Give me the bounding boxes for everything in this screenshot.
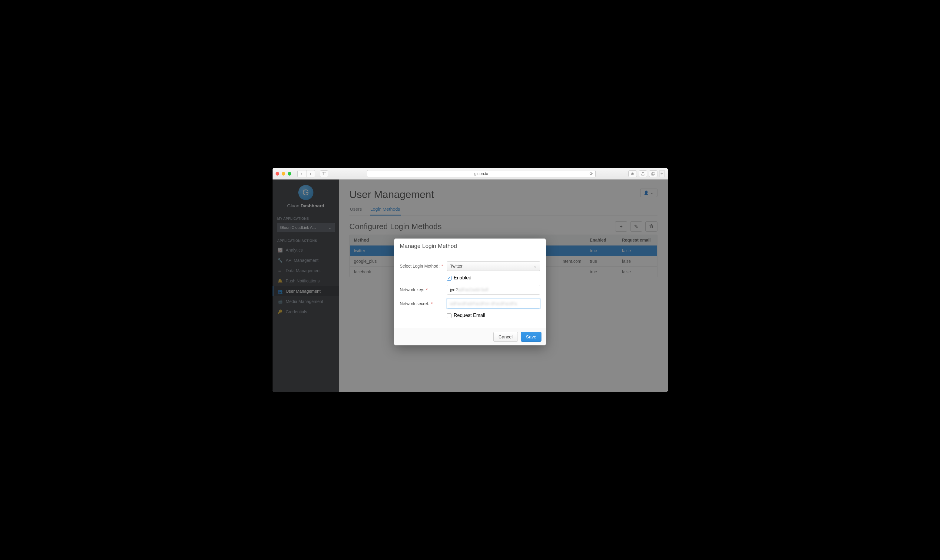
refresh-icon[interactable]: ⟳ bbox=[590, 171, 593, 176]
text-cursor bbox=[517, 301, 518, 306]
tabs-button[interactable] bbox=[649, 171, 658, 177]
request-email-checkbox[interactable] bbox=[447, 313, 452, 318]
forward-button[interactable]: › bbox=[306, 171, 314, 177]
url-text: gluon.io bbox=[474, 171, 488, 176]
app-content: G Gluon Dashboard MY APPLICATIONS Gluon … bbox=[273, 180, 668, 392]
browser-chrome: ‹ › gluon.io ⟳ ⊕ + bbox=[273, 168, 668, 180]
chevron-down-icon: ⌄ bbox=[533, 264, 537, 269]
modal-title: Manage Login Method bbox=[394, 238, 546, 254]
tabs-icon bbox=[651, 172, 655, 175]
modal-overlay[interactable]: Manage Login Method Select Login Method:… bbox=[273, 180, 668, 392]
required-marker: * bbox=[431, 301, 433, 306]
sidebar-toggle-button[interactable] bbox=[320, 171, 328, 177]
redacted-text: adFacdFadrFacdFen dFacdFacdFa bbox=[450, 301, 517, 306]
address-bar[interactable]: gluon.io ⟳ bbox=[367, 170, 596, 177]
zoom-window-button[interactable] bbox=[288, 172, 291, 175]
window-controls bbox=[276, 172, 291, 175]
svg-rect-3 bbox=[652, 172, 655, 175]
svg-rect-2 bbox=[652, 173, 654, 175]
label-network-key: Network key: bbox=[400, 287, 424, 292]
back-button[interactable]: ‹ bbox=[298, 171, 306, 177]
cancel-button[interactable]: Cancel bbox=[493, 332, 518, 342]
sidebar-icon bbox=[322, 172, 326, 175]
svg-rect-0 bbox=[322, 172, 326, 175]
network-secret-input[interactable]: adFacdFadrFacdFen dFacdFacdFa bbox=[447, 299, 540, 308]
network-key-input[interactable]: jye2adFacDadd-fadf bbox=[447, 285, 540, 295]
close-window-button[interactable] bbox=[276, 172, 279, 175]
share-icon bbox=[641, 172, 645, 176]
label-network-secret: Network secret: bbox=[400, 301, 429, 306]
enabled-checkbox-label[interactable]: ✓Enabled bbox=[447, 275, 472, 280]
manage-login-method-dialog: Manage Login Method Select Login Method:… bbox=[394, 238, 546, 345]
enabled-checkbox[interactable]: ✓ bbox=[447, 276, 452, 281]
minimize-window-button[interactable] bbox=[282, 172, 285, 175]
browser-window: ‹ › gluon.io ⟳ ⊕ + G Gluon Dashboard MY … bbox=[273, 168, 668, 392]
save-button[interactable]: Save bbox=[521, 332, 541, 342]
label-select-method: Select Login Method: bbox=[400, 264, 440, 269]
required-marker: * bbox=[441, 264, 443, 269]
share-button[interactable] bbox=[639, 171, 647, 177]
login-method-select[interactable]: Twitter ⌄ bbox=[447, 261, 540, 271]
redacted-text: adFacDadd-fadf bbox=[458, 287, 488, 292]
required-marker: * bbox=[426, 287, 428, 292]
download-button[interactable]: ⊕ bbox=[629, 171, 637, 177]
login-method-value: Twitter bbox=[450, 264, 462, 269]
request-email-checkbox-label[interactable]: Request Email bbox=[447, 313, 485, 318]
new-tab-button[interactable]: + bbox=[659, 171, 665, 177]
